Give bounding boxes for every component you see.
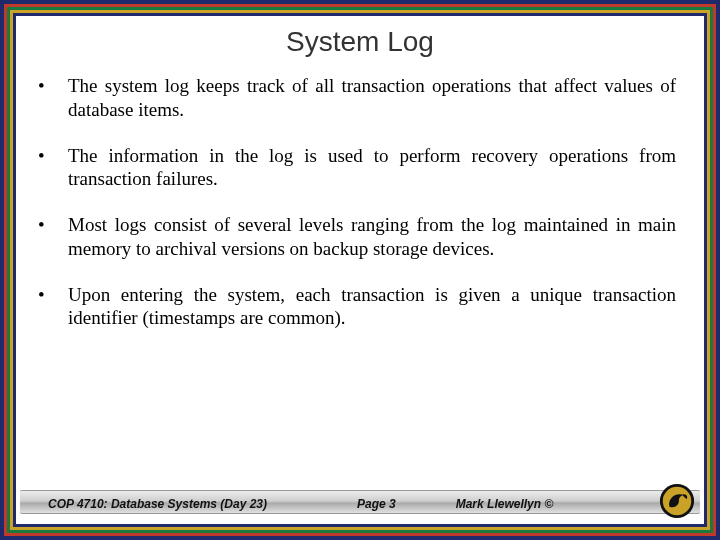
bullet-item: • The information in the log is used to …: [34, 144, 676, 192]
border-inner-navy: System Log • The system log keeps track …: [13, 13, 707, 527]
footer-course: COP 4710: Database Systems (Day 23): [48, 497, 267, 511]
border-red: System Log • The system log keeps track …: [4, 4, 716, 536]
bullet-item: • Most logs consist of several levels ra…: [34, 213, 676, 261]
slide-outer-frame: System Log • The system log keeps track …: [0, 0, 720, 540]
slide-body: • The system log keeps track of all tran…: [16, 74, 704, 484]
bullet-marker: •: [34, 283, 68, 331]
bullet-text: Upon entering the system, each transacti…: [68, 283, 676, 331]
bullet-marker: •: [34, 144, 68, 192]
bullet-item: • Upon entering the system, each transac…: [34, 283, 676, 331]
bullet-text: The information in the log is used to pe…: [68, 144, 676, 192]
border-gold: System Log • The system log keeps track …: [10, 10, 710, 530]
border-green: System Log • The system log keeps track …: [7, 7, 713, 533]
footer-text: COP 4710: Database Systems (Day 23) Page…: [26, 497, 694, 511]
footer-page: Page 3: [357, 497, 396, 511]
bullet-text: Most logs consist of several levels rang…: [68, 213, 676, 261]
slide-footer: COP 4710: Database Systems (Day 23) Page…: [16, 484, 704, 524]
bullet-item: • The system log keeps track of all tran…: [34, 74, 676, 122]
bullet-text: The system log keeps track of all transa…: [68, 74, 676, 122]
ucf-pegasus-logo-icon: [658, 482, 696, 520]
footer-author: Mark Llewellyn ©: [456, 497, 554, 511]
slide-content: System Log • The system log keeps track …: [16, 16, 704, 524]
bullet-marker: •: [34, 213, 68, 261]
slide-title: System Log: [16, 26, 704, 58]
bullet-marker: •: [34, 74, 68, 122]
